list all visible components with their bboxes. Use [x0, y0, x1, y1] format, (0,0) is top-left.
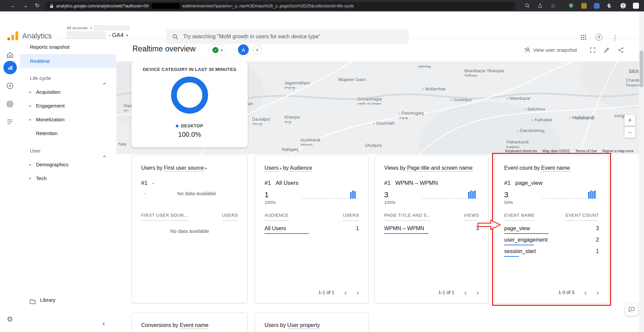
configure-icon[interactable] — [0, 115, 20, 128]
pagination: 1-1 of 1 ‹ › — [318, 289, 359, 296]
breadcrumb[interactable]: All accounts > — [67, 26, 130, 30]
feedback-button[interactable] — [625, 303, 638, 316]
redacted-account-name — [94, 26, 130, 30]
map-data-credit: Map data ©2022 — [542, 149, 570, 153]
previous-page-icon[interactable]: ‹ — [465, 289, 467, 296]
toolbar-search-icon[interactable] — [523, 2, 532, 10]
top-item-value: 1 — [265, 191, 269, 199]
dimension-link[interactable]: Page title and screen name — [407, 165, 473, 172]
view-user-snapshot-button[interactable]: View user snapshot — [533, 47, 577, 53]
customize-report-icon[interactable] — [602, 46, 611, 54]
map-zoom-out-button[interactable]: − — [625, 127, 635, 138]
extension-shield-icon[interactable] — [567, 2, 575, 10]
more-menu-icon[interactable]: ⋮ — [610, 33, 620, 42]
dimension-link[interactable]: Event name — [180, 322, 208, 329]
card-title-text: Users by — [265, 322, 287, 328]
previous-page-icon[interactable]: ‹ — [345, 289, 347, 296]
comparison-avatar[interactable]: A — [238, 44, 249, 55]
metric-link[interactable]: Users — [265, 165, 279, 172]
google-apps-grid-icon[interactable] — [579, 33, 588, 42]
url-prefix: analytics.google.com/analytics/web/?auth… — [56, 4, 149, 8]
sidebar-item-realtime[interactable]: Realtime — [20, 54, 116, 68]
sidebar-item-tech[interactable]: ▸ Tech — [20, 172, 116, 185]
global-search[interactable] — [166, 29, 409, 44]
sidebar-item-library[interactable]: Library — [20, 293, 116, 307]
dimension-link[interactable]: First user source — [164, 165, 204, 172]
dimension-link[interactable]: Event name — [541, 165, 570, 172]
add-comparison-button[interactable]: + — [253, 45, 262, 54]
report-map-error-link[interactable]: Report a map error — [602, 149, 634, 153]
card-title-text: by — [281, 165, 290, 171]
top-item-percent: 100% — [265, 200, 276, 205]
sidebar-item-retention[interactable]: Retention — [20, 127, 116, 140]
lock-icon — [50, 4, 53, 8]
forward-icon[interactable]: → — [20, 0, 30, 11]
next-page-icon[interactable]: › — [477, 289, 479, 296]
sidebar-item-acquisition[interactable]: ▸ Acquisition — [20, 85, 116, 99]
collapse-sidebar-icon[interactable]: ‹ — [99, 318, 108, 329]
sidebar-item-demographics[interactable]: ▸ Demographics — [20, 158, 116, 171]
dimension-column-header[interactable]: FIRST USER SOUR... — [141, 213, 188, 221]
sidebar-section-life-cycle[interactable]: Life cycle — [20, 72, 116, 85]
next-page-icon[interactable]: › — [357, 289, 359, 296]
check-circle-icon: ✓ — [212, 47, 218, 53]
share-icon[interactable] — [536, 2, 545, 10]
metric-column-header[interactable]: USERS — [343, 213, 359, 221]
terms-of-use-link[interactable]: Terms of Use — [575, 149, 597, 153]
property-selector[interactable]: - GA4 ▾ — [67, 32, 128, 39]
legend-label: DESKTOP — [181, 123, 203, 128]
sparkline-chart — [422, 189, 479, 201]
data-quality-pill[interactable]: ✓ ▾ — [208, 45, 227, 55]
extension-keyboard-icon[interactable] — [592, 2, 601, 10]
chevron-down-icon[interactable]: ▾ — [205, 166, 207, 170]
user-snapshot-icon[interactable] — [523, 46, 532, 54]
browser-menu-icon[interactable] — [632, 2, 640, 10]
next-page-icon[interactable]: › — [597, 289, 599, 296]
analytics-logo-icon[interactable] — [7, 30, 19, 40]
map-attribution: Keyboard shortcuts Map data ©2022 Terms … — [505, 149, 634, 153]
breadcrumb-caret: > — [90, 26, 92, 30]
dimension-link[interactable]: Audience — [290, 165, 312, 172]
scrollbar-thumb[interactable] — [640, 50, 643, 87]
device-card-title: DEVICE CATEGORY IN LAST 30 MINUTES — [131, 67, 248, 72]
help-icon[interactable]: ? — [596, 34, 602, 41]
metric-column-header[interactable]: VIEWS — [464, 213, 479, 221]
url-bar[interactable]: analytics.google.com/analytics/web/?auth… — [45, 2, 516, 10]
sidebar-item-monetization[interactable]: ▸ Monetization — [20, 113, 116, 126]
top-item-value: 3 — [384, 191, 388, 199]
admin-gear-icon[interactable]: ⚙ — [0, 313, 20, 326]
refresh-icon[interactable]: ↻ — [32, 0, 42, 11]
sidebar-item-label: Monetization — [36, 117, 65, 122]
dimension-column-header[interactable]: EVENT NAME — [504, 213, 534, 221]
metric-column-header[interactable]: USERS — [222, 213, 238, 221]
advertising-icon[interactable] — [0, 97, 20, 111]
keyboard-shortcuts-link[interactable]: Keyboard shortcuts — [505, 149, 537, 153]
explore-icon[interactable] — [0, 79, 20, 92]
home-icon[interactable] — [0, 48, 20, 61]
share-report-icon[interactable] — [616, 46, 625, 54]
dimension-link[interactable]: User property — [287, 322, 320, 329]
dimension-column-header[interactable]: AUDIENCE — [265, 213, 289, 221]
card-title: Event count by Event name — [504, 165, 570, 171]
card-title-text: Users by — [141, 165, 164, 171]
reports-icon[interactable] — [3, 61, 17, 74]
sidebar-section-user[interactable]: User — [20, 144, 116, 158]
pagination-label: 1-1 of 1 — [318, 290, 334, 295]
card-event-count-by-event-name: Event count by Event name #1 page_view 3… — [494, 155, 609, 303]
page-scrollbar[interactable] — [639, 11, 644, 332]
search-input[interactable] — [183, 34, 403, 40]
browser-profile-avatar[interactable] — [619, 2, 628, 10]
map-zoom-in-button[interactable]: + — [625, 115, 635, 126]
back-icon[interactable]: ← — [8, 0, 18, 11]
sidebar-item-reports-snapshot[interactable]: Reports snapshot — [20, 40, 116, 54]
sidebar-item-engagement[interactable]: ▸ Engagement — [20, 99, 116, 113]
extension-camera-icon[interactable] — [579, 2, 588, 10]
map-place-label: Hailakandi — [569, 115, 594, 121]
app-name[interactable]: Analytics — [22, 32, 52, 40]
metric-column-header[interactable]: EVENT COUNT — [565, 213, 599, 221]
extensions-puzzle-icon[interactable] — [605, 2, 614, 10]
fullscreen-icon[interactable] — [588, 46, 597, 54]
dimension-column-header[interactable]: PAGE TITLE AND S... — [384, 213, 431, 221]
previous-page-icon[interactable]: ‹ — [585, 289, 587, 296]
bookmark-star-icon[interactable]: ☆ — [549, 2, 557, 10]
